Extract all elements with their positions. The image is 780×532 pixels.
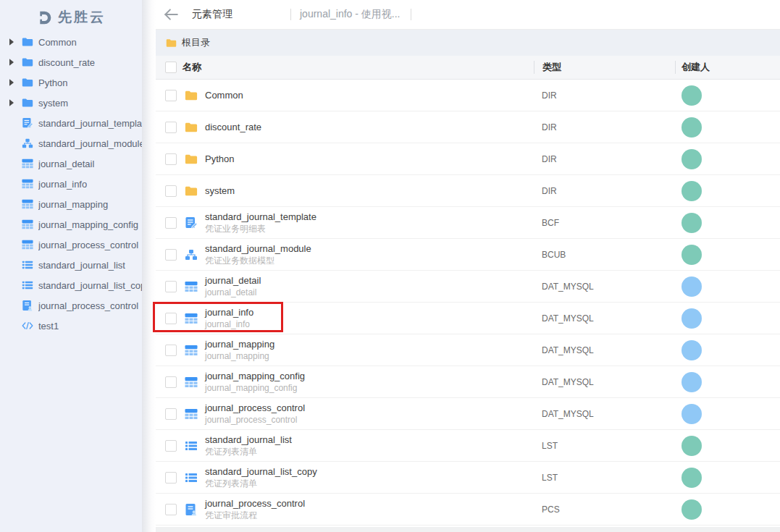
row-checkbox[interactable] [165,440,177,452]
tab-journal-info-view[interactable]: journal_info - 使用视... [300,8,411,21]
table-row[interactable]: journal_mapping_configjournal_mapping_co… [156,366,780,398]
sidebar-item-standard_journal_module[interactable]: standard_journal_module [0,133,142,153]
creator-cell [675,372,780,392]
sidebar-item-test1[interactable]: test1 [0,316,142,336]
expand-caret-icon[interactable] [7,78,16,87]
table-row[interactable]: discount_rateDIR [156,111,780,143]
module-icon [22,138,33,149]
row-checkbox[interactable] [165,217,177,229]
creator-cell [675,308,780,329]
sidebar-item-system[interactable]: system [0,93,142,113]
element-subtitle: journal_mapping_config [205,383,534,394]
expand-caret-icon[interactable] [7,58,16,67]
creator-cell [675,404,780,424]
creator-avatar [682,213,702,233]
creator-cell [675,245,780,265]
element-name: journal_mapping_config [205,371,534,382]
row-checkbox[interactable] [165,345,177,356]
row-checkbox[interactable] [165,504,177,515]
creator-avatar [682,85,702,106]
list-icon [22,259,33,271]
sidebar-item-label: standard_journal_list_copy [38,280,142,291]
row-checkbox[interactable] [165,376,177,388]
row-checkbox[interactable] [165,153,177,165]
table-row[interactable]: journal_detailjournal_detailDAT_MYSQL [156,271,780,303]
creator-cell [675,181,780,201]
sidebar-item-Common[interactable]: Common [0,32,142,52]
sidebar-item-journal_process_control[interactable]: journal_process_control [0,295,142,316]
sidebar-item-journal_mapping[interactable]: journal_mapping [0,194,142,214]
sidebar-item-discount_rate[interactable]: discount_rate [0,52,142,72]
row-checkbox[interactable] [165,185,177,197]
expand-caret-icon[interactable] [7,38,16,46]
creator-avatar [682,372,702,392]
sidebar-item-label: journal_process_control [38,300,138,311]
sidebar-item-label: journal_detail [38,159,94,169]
sidebar-item-journal_process_control[interactable]: journal_process_control [0,235,142,255]
row-checkbox[interactable] [165,90,177,101]
table-icon [22,239,33,250]
sidebar-item-Python[interactable]: Python [0,72,142,93]
row-checkbox[interactable] [165,313,177,324]
breadcrumb[interactable]: 根目录 [156,30,780,56]
expand-caret-icon[interactable] [7,98,16,107]
element-type: DAT_MYSQL [534,377,675,387]
table-row[interactable]: journal_infojournal_infoDAT_MYSQL [156,303,780,334]
table-row[interactable]: journal_mappingjournal_mappingDAT_MYSQL [156,334,780,366]
creator-cell [675,117,780,138]
tab-separator [411,9,411,20]
creator-cell [675,436,780,456]
sidebar-item-label: Python [38,77,67,88]
process-icon [185,503,198,516]
caret-spacer [7,159,16,168]
back-button[interactable] [163,7,179,22]
row-checkbox[interactable] [165,281,177,292]
element-subtitle: 凭证列表清单 [205,447,534,457]
element-subtitle: 凭证审批流程 [205,510,534,521]
row-name-block: standard_journal_list_copy凭证列表清单 [205,466,534,489]
sidebar-item-journal_detail[interactable]: journal_detail [0,153,142,174]
sidebar-item-journal_mapping_config[interactable]: journal_mapping_config [0,214,142,235]
sidebar-item-standard_journal_list[interactable]: standard_journal_list [0,255,142,275]
element-name: Python [205,153,534,165]
table-row[interactable]: standard_journal_template凭证业务明细表BCF [156,207,780,239]
row-checkbox[interactable] [165,408,177,420]
sidebar-item-label: standard_journal_template [38,118,142,129]
sidebar-item-journal_info[interactable]: journal_info [0,174,142,194]
table-row[interactable]: journal_process_controljournal_process_c… [156,398,780,430]
table-row[interactable]: journal_process_control凭证审批流程PCS [156,494,780,525]
table-row[interactable]: CommonDIR [156,80,780,111]
table-row[interactable]: standard_journal_list_copy凭证列表清单LST [156,462,780,494]
row-name-block: journal_process_control凭证审批流程 [205,498,534,521]
column-header-type: 类型 [534,61,675,74]
folder-icon [185,185,198,198]
table-icon [22,198,33,210]
sidebar-item-standard_journal_template[interactable]: standard_journal_template [0,113,142,133]
creator-cell [675,340,780,360]
element-name: journal_mapping [205,339,534,350]
tab-element-management[interactable]: 元素管理 [192,8,290,21]
creator-avatar [682,404,702,424]
creator-avatar [682,149,702,169]
table-row[interactable]: PythonDIR [156,143,780,175]
row-checkbox[interactable] [165,249,177,261]
element-name: standard_journal_template [205,211,534,223]
element-type: BCF [534,218,675,228]
tab-bar: 元素管理 journal_info - 使用视... [156,0,780,30]
creator-avatar [682,436,702,456]
row-checkbox[interactable] [165,472,177,484]
select-all-checkbox[interactable] [165,62,177,73]
table-row[interactable]: systemDIR [156,175,780,207]
row-name-block: journal_process_controljournal_process_c… [205,402,534,426]
row-checkbox[interactable] [165,122,177,133]
folder-icon [185,89,198,102]
row-name-block: standard_journal_list凭证列表清单 [205,434,534,457]
creator-cell [675,276,780,297]
table-icon [185,312,198,325]
table-row[interactable]: standard_journal_module凭证业务数据模型BCUB [156,239,780,271]
folder-icon [22,36,33,48]
table-row[interactable]: standard_journal_list凭证列表清单LST [156,430,780,462]
template-icon [185,216,198,229]
sidebar-item-standard_journal_list_copy[interactable]: standard_journal_list_copy [0,275,142,295]
element-name: journal_process_control [205,498,534,510]
